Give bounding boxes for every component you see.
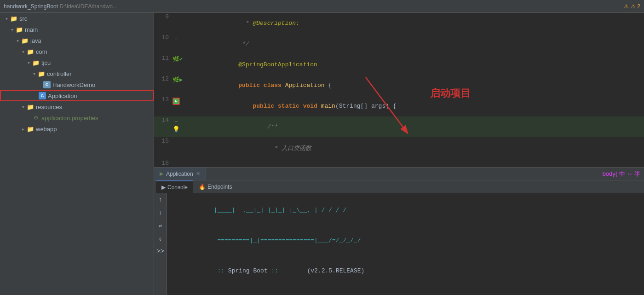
props-icon	[32, 114, 40, 121]
run-tab-icon: ▶	[160, 171, 163, 177]
tab-endpoints-label: Endpoints	[207, 184, 232, 190]
sidebar-item-controller[interactable]: 📁 controller	[0, 68, 154, 79]
code-content: /**	[186, 116, 644, 137]
panel-content: ↑ ↓ ⇌ ⇓ >> |____| .__|_| |_|_| |_\__, | …	[154, 193, 644, 295]
expand-button[interactable]: >>	[156, 247, 165, 256]
code-line-13: 13 public static void main(String[] args…	[154, 96, 644, 116]
sidebar-item-label: controller	[47, 70, 71, 77]
arrow-icon	[20, 126, 26, 132]
code-line-16: 16 */	[154, 159, 644, 167]
folder-icon: 📁	[38, 70, 45, 77]
console-line: |____| .__|_| |_|_| |_\__, | / / / /	[171, 195, 640, 226]
panel-tabs-bar: ▶ Console 🔥 Endpoints	[154, 180, 644, 193]
line-number: 14	[154, 116, 172, 137]
sidebar-item-label: src	[19, 15, 27, 22]
sidebar-item-label: webapp	[36, 126, 57, 133]
console-icon: ▶	[161, 184, 166, 191]
code-line-15: 15 * 入口类函数	[154, 137, 644, 159]
sidebar-item-label: HandworkDemo	[52, 81, 95, 88]
run-green-icon[interactable]: 🌿▶	[172, 77, 183, 83]
line-number: 16	[154, 159, 172, 167]
run-tab-application[interactable]: ▶ Application ✕	[154, 168, 206, 180]
arrow-icon	[26, 60, 31, 65]
endpoints-icon: 🔥	[199, 184, 206, 190]
folder-icon: 📁	[27, 103, 34, 110]
tab-endpoints[interactable]: 🔥 Endpoints	[193, 180, 237, 193]
warning-badge: ⚠ ⚠ 2	[624, 3, 640, 10]
fold-icon: —	[172, 118, 180, 125]
code-view[interactable]: 启动项目 9 * @Description: 10	[154, 13, 644, 167]
code-line-10: 10 — */	[154, 34, 644, 54]
console-line	[171, 286, 640, 295]
gutter: 🌿✔	[172, 54, 186, 75]
sidebar: 📁 src 📁 main 📁 java 📁 com 📁 tjcu	[0, 13, 154, 295]
arrow-icon	[20, 49, 26, 54]
sidebar-item-main[interactable]: 📁 main	[0, 24, 154, 35]
code-content: * 入口类函数	[186, 137, 644, 159]
sidebar-item-label: tjcu	[41, 59, 51, 66]
main-content: 📁 src 📁 main 📁 java 📁 com 📁 tjcu	[0, 13, 644, 295]
sidebar-item-webapp[interactable]: 📁 webapp	[0, 123, 154, 134]
code-content: public static void main(String[] args) {	[186, 96, 644, 116]
scroll-up-button[interactable]: ↑	[156, 195, 165, 204]
console-line: :: Spring Boot :: (v2.2.5.RELEASE)	[171, 256, 640, 286]
run-tab-close[interactable]: ✕	[196, 171, 200, 177]
gutter: 🌿▶	[172, 75, 186, 96]
sidebar-item-label: main	[25, 26, 38, 33]
gutter: — 💡	[172, 116, 186, 137]
arrow-icon	[4, 16, 9, 21]
arrow-icon	[31, 71, 37, 76]
top-bar: handwork_SpringBoot D:\Idea\IDEA\handwo.…	[0, 0, 644, 13]
run-tab-label: Application	[166, 171, 193, 177]
sidebar-item-tjcu[interactable]: 📁 tjcu	[0, 57, 154, 68]
code-content: */	[186, 159, 644, 167]
run-button[interactable]	[172, 98, 180, 105]
scroll-down-button[interactable]: ↓	[156, 208, 165, 217]
wrap-button[interactable]: ⇌	[156, 221, 165, 230]
code-content: @SpringBootApplication	[186, 54, 644, 75]
line-number: 9	[154, 13, 172, 34]
arrow-icon	[20, 104, 26, 110]
sidebar-item-label: resources	[36, 104, 62, 110]
code-line-11: 11 🌿✔ @SpringBootApplication	[154, 54, 644, 75]
arrow-icon	[15, 38, 20, 43]
gutter	[172, 137, 186, 159]
project-title: handwork_SpringBoot	[4, 3, 58, 10]
fold-icon: —	[172, 35, 180, 42]
gutter	[172, 159, 186, 167]
code-content: */	[186, 34, 644, 54]
editor-area: 启动项目 9 * @Description: 10	[154, 13, 644, 295]
sidebar-item-properties[interactable]: application.properties	[0, 112, 154, 123]
more-button[interactable]: ⇓	[156, 234, 165, 243]
lightbulb-icon[interactable]: 💡	[172, 126, 180, 133]
sidebar-item-com[interactable]: 📁 com	[0, 46, 154, 57]
sidebar-item-label: application.properties	[41, 115, 98, 121]
code-content: public class Application {	[186, 75, 644, 96]
sidebar-item-resources[interactable]: 📁 resources	[0, 101, 154, 112]
code-table: 9 * @Description: 10 — */	[154, 13, 644, 167]
folder-icon: 📁	[16, 26, 23, 33]
folder-icon: 📁	[32, 59, 40, 66]
sidebar-item-handworkdemo[interactable]: C HandworkDemo	[0, 79, 154, 90]
java-class-icon: C	[39, 92, 46, 99]
body-label: body{ 中 ↔ 半	[603, 170, 644, 178]
java-class-icon: C	[43, 81, 51, 88]
console-output[interactable]: |____| .__|_| |_|_| |_\__, | / / / / ===…	[167, 193, 644, 295]
arrow-icon	[9, 27, 15, 32]
sidebar-item-src[interactable]: 📁 src	[0, 13, 154, 24]
gutter: —	[172, 34, 186, 54]
folder-icon: 📁	[21, 37, 29, 44]
console-line: =========|_|===============|___/=/_/_/_/	[171, 226, 640, 256]
code-line-12: 12 🌿▶ public class Application {	[154, 75, 644, 96]
folder-icon: 📁	[27, 125, 34, 133]
tab-console[interactable]: ▶ Console	[156, 180, 193, 193]
bottom-panel: ▶ Application ✕ body{ 中 ↔ 半 ▶ Console 🔥 …	[154, 167, 644, 295]
code-line-9: 9 * @Description:	[154, 13, 644, 34]
gutter	[172, 96, 186, 116]
sidebar-item-java[interactable]: 📁 java	[0, 35, 154, 46]
line-number: 12	[154, 75, 172, 96]
line-number: 15	[154, 137, 172, 159]
sidebar-item-application[interactable]: C Application	[0, 90, 154, 101]
warning-icon: ⚠	[624, 3, 629, 10]
folder-icon: 📁	[27, 48, 34, 55]
